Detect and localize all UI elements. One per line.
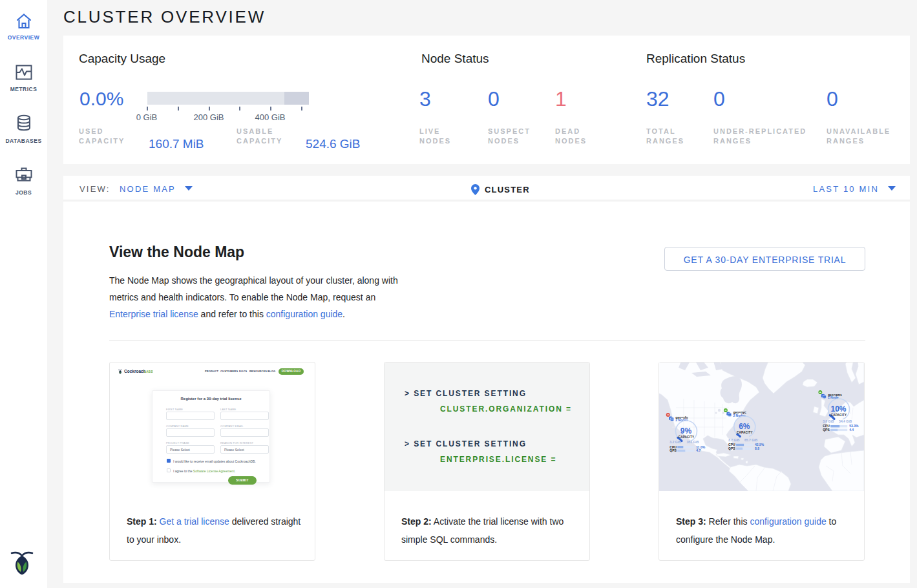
svg-text:8.8: 8.8	[755, 446, 759, 450]
svg-text:QPS: QPS	[669, 448, 677, 452]
svg-text:QPS: QPS	[728, 446, 735, 450]
svg-text:3.6 GiB: 3.6 GiB	[823, 419, 834, 423]
svg-text:QPS: QPS	[823, 428, 830, 432]
svg-text:3.2 GiB: 3.2 GiB	[669, 440, 681, 444]
svg-text:351 GiB: 351 GiB	[687, 440, 699, 444]
svg-text:10%: 10%	[830, 404, 846, 414]
svg-text:9%: 9%	[680, 426, 692, 436]
svg-text:6%: 6%	[739, 422, 750, 431]
svg-text:54.4 GiB: 54.4 GiB	[839, 419, 852, 423]
svg-text:CAPACITY: CAPACITY	[737, 431, 753, 434]
svg-text:CAPACITY: CAPACITY	[679, 436, 695, 439]
svg-text:4.7: 4.7	[696, 448, 701, 452]
svg-text:CAPACITY: CAPACITY	[831, 414, 847, 417]
svg-text:4.4: 4.4	[849, 428, 854, 432]
svg-text:65.7 GiB: 65.7 GiB	[744, 438, 757, 442]
svg-text:3.7 GiB: 3.7 GiB	[728, 438, 740, 442]
